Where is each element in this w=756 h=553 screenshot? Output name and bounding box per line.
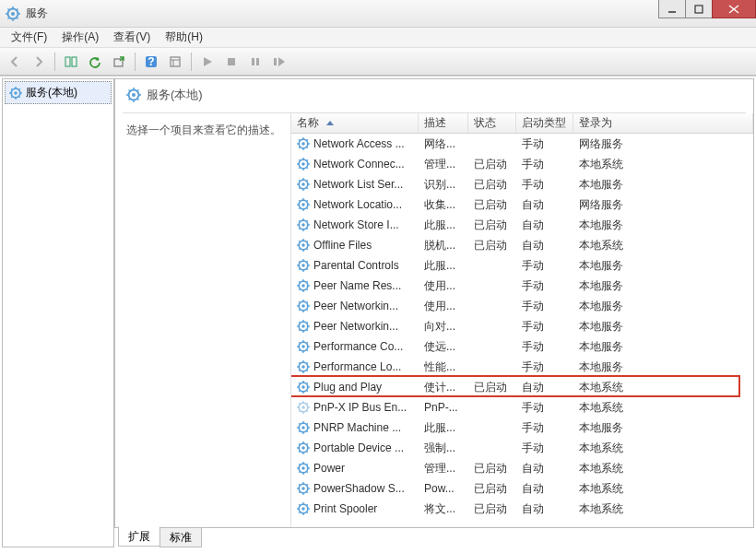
service-desc: 识别... bbox=[424, 177, 455, 193]
service-status: 已启动 bbox=[474, 461, 507, 477]
stop-service-button[interactable] bbox=[220, 51, 242, 73]
forward-button[interactable] bbox=[28, 51, 50, 73]
table-row[interactable]: Plug and Play使计...已启动自动本地系统 bbox=[291, 377, 753, 397]
table-row[interactable]: Performance Co...使远...手动本地服务 bbox=[291, 336, 753, 357]
properties-button[interactable] bbox=[164, 51, 186, 73]
service-desc: 管理... bbox=[424, 461, 455, 477]
service-name: Network Connec... bbox=[313, 158, 405, 171]
service-logon: 本地服务 bbox=[579, 258, 623, 274]
title-bar: 服务 bbox=[0, 0, 756, 28]
table-row[interactable]: PNRP Machine ...此服...手动本地服务 bbox=[291, 418, 753, 438]
list-header: 名称 描述 状态 启动类型 登录为 bbox=[291, 113, 753, 134]
service-desc: 强制... bbox=[424, 441, 455, 456]
minimize-button[interactable] bbox=[658, 0, 686, 18]
service-logon: 本地服务 bbox=[579, 420, 623, 436]
svg-rect-23 bbox=[252, 58, 254, 65]
service-logon: 本地服务 bbox=[579, 299, 623, 314]
column-status[interactable]: 状态 bbox=[468, 113, 516, 133]
service-status: 已启动 bbox=[474, 481, 507, 497]
tab-extended[interactable]: 扩展 bbox=[118, 526, 160, 547]
column-startup[interactable]: 启动类型 bbox=[516, 113, 573, 133]
service-startup: 手动 bbox=[522, 441, 544, 456]
service-desc: 管理... bbox=[424, 157, 455, 172]
menu-view[interactable]: 查看(V) bbox=[106, 28, 158, 47]
table-row[interactable]: Parental Controls此服...手动本地服务 bbox=[291, 255, 753, 276]
table-row[interactable]: PnP-X IP Bus En...PnP-...手动本地系统 bbox=[291, 397, 753, 418]
tree-pane: 服务(本地) bbox=[2, 78, 114, 547]
gear-icon bbox=[297, 482, 310, 495]
service-desc: 脱机... bbox=[424, 238, 455, 253]
service-name: Performance Lo... bbox=[313, 360, 401, 373]
table-row[interactable]: Power管理...已启动自动本地系统 bbox=[291, 458, 753, 478]
table-row[interactable]: Network Store I...此服...已启动自动本地服务 bbox=[291, 215, 753, 235]
service-startup: 手动 bbox=[522, 319, 544, 335]
tab-standard[interactable]: 标准 bbox=[159, 527, 202, 547]
service-desc: 将文... bbox=[424, 501, 455, 517]
service-startup: 自动 bbox=[522, 481, 544, 497]
table-row[interactable]: Offline Files脱机...已启动自动本地系统 bbox=[291, 235, 753, 255]
maximize-button[interactable] bbox=[685, 0, 713, 18]
export-button[interactable] bbox=[108, 51, 130, 73]
tab-strip: 扩展 标准 bbox=[118, 527, 754, 547]
service-startup: 自动 bbox=[522, 197, 544, 213]
table-row[interactable]: PowerShadow S...Pow...已启动自动本地系统 bbox=[291, 478, 753, 499]
table-row[interactable]: Network Connec...管理...已启动手动本地系统 bbox=[291, 154, 753, 174]
table-row[interactable]: Peer Networkin...向对...手动本地服务 bbox=[291, 316, 753, 336]
service-logon: 本地系统 bbox=[579, 441, 623, 456]
service-startup: 手动 bbox=[522, 157, 544, 172]
service-desc: 此服... bbox=[424, 420, 455, 436]
gear-icon bbox=[297, 381, 310, 394]
table-row[interactable]: Peer Name Res...使用...手动本地服务 bbox=[291, 276, 753, 296]
gear-icon bbox=[297, 178, 310, 191]
table-row[interactable]: Portable Device ...强制...手动本地系统 bbox=[291, 438, 753, 458]
service-startup: 手动 bbox=[522, 400, 544, 416]
help-button[interactable]: ? bbox=[140, 51, 162, 73]
service-startup: 手动 bbox=[522, 339, 544, 355]
table-row[interactable]: Performance Lo...性能...手动本地服务 bbox=[291, 357, 753, 377]
service-logon: 本地服务 bbox=[579, 177, 623, 193]
service-logon: 本地系统 bbox=[579, 501, 623, 517]
restart-service-button[interactable] bbox=[268, 51, 290, 73]
table-row[interactable]: Print Spooler将文...已启动自动本地系统 bbox=[291, 499, 753, 519]
column-logon[interactable]: 登录为 bbox=[573, 113, 753, 133]
service-desc: 此服... bbox=[424, 218, 455, 233]
menu-file[interactable]: 文件(F) bbox=[4, 28, 54, 47]
start-service-button[interactable] bbox=[196, 51, 219, 73]
table-row[interactable]: Network List Ser...识别...已启动手动本地服务 bbox=[291, 174, 753, 194]
column-desc[interactable]: 描述 bbox=[419, 113, 468, 133]
service-logon: 本地系统 bbox=[579, 400, 623, 416]
gear-icon bbox=[297, 239, 310, 252]
service-logon: 本地系统 bbox=[579, 157, 623, 172]
close-button[interactable] bbox=[712, 0, 756, 18]
service-name: Peer Name Res... bbox=[313, 279, 401, 292]
service-name: PNRP Machine ... bbox=[313, 421, 401, 434]
gear-icon bbox=[297, 279, 310, 292]
pause-service-button[interactable] bbox=[244, 51, 266, 73]
gear-icon bbox=[297, 137, 310, 150]
tree-root-services[interactable]: 服务(本地) bbox=[5, 81, 112, 104]
back-button[interactable] bbox=[4, 51, 26, 73]
table-row[interactable]: Network Access ...网络...手动网络服务 bbox=[291, 134, 753, 154]
column-name[interactable]: 名称 bbox=[291, 113, 419, 133]
window-title: 服务 bbox=[26, 6, 48, 21]
gear-icon bbox=[297, 360, 310, 373]
table-row[interactable]: Peer Networkin...使用...手动本地服务 bbox=[291, 296, 753, 316]
menu-action[interactable]: 操作(A) bbox=[54, 28, 106, 47]
table-row[interactable]: Network Locatio...收集...已启动自动网络服务 bbox=[291, 194, 753, 215]
refresh-button[interactable] bbox=[84, 51, 106, 73]
toolbar-separator bbox=[54, 53, 55, 71]
service-desc: 网络... bbox=[424, 136, 455, 152]
service-name: PnP-X IP Bus En... bbox=[313, 401, 407, 414]
service-logon: 本地系统 bbox=[579, 461, 623, 477]
service-startup: 手动 bbox=[522, 258, 544, 274]
detail-title: 服务(本地) bbox=[147, 87, 203, 103]
gear-icon bbox=[297, 441, 310, 454]
service-name: Peer Networkin... bbox=[313, 300, 398, 312]
show-hide-tree-button[interactable] bbox=[60, 51, 82, 73]
toolbar-separator bbox=[191, 53, 192, 71]
service-logon: 本地服务 bbox=[579, 218, 623, 233]
service-startup: 手动 bbox=[522, 359, 544, 375]
service-logon: 本地系统 bbox=[579, 238, 623, 253]
service-desc: 使远... bbox=[424, 339, 455, 355]
menu-help[interactable]: 帮助(H) bbox=[158, 28, 210, 47]
